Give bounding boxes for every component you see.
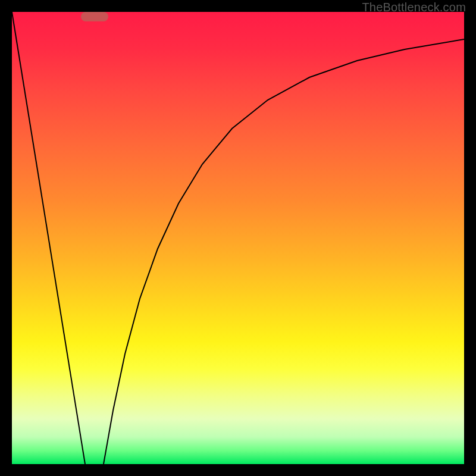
optimal-marker [81,12,108,21]
chart-frame: TheBottleneck.com [0,0,476,476]
plot-area [12,12,464,464]
right-curve-path [104,39,464,464]
curve-layer [12,12,464,464]
left-line-path [12,12,85,464]
watermark-text: TheBottleneck.com [362,1,466,14]
